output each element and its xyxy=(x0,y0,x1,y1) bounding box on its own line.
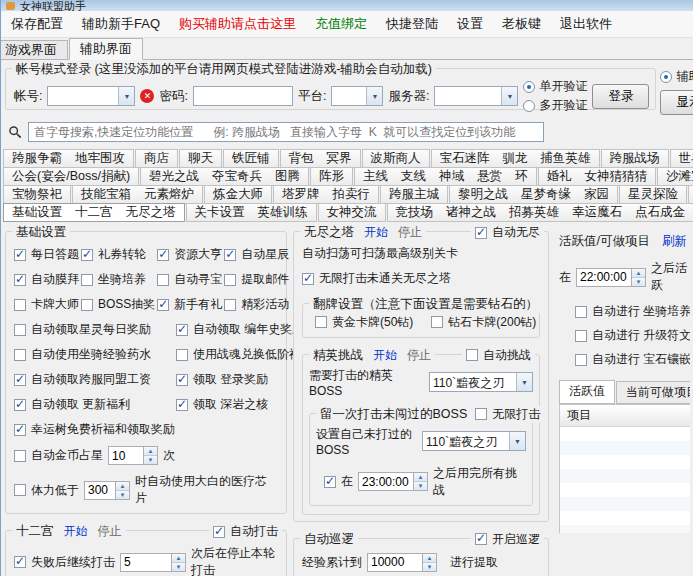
checkbox-unlimited-tower[interactable]: 无限打击未通关无尽之塔 xyxy=(302,270,451,287)
retry-count-input[interactable] xyxy=(120,553,172,572)
search-input[interactable] xyxy=(28,122,544,142)
nav-tab[interactable]: 支线 xyxy=(401,168,426,185)
nav-tab[interactable]: 夺宝奇兵 xyxy=(212,168,262,185)
checkbox-auto-endless[interactable]: 自动无尽 xyxy=(475,224,540,241)
nav-tab[interactable]: 环 xyxy=(515,168,528,185)
nav-tab[interactable]: 碧光之战 xyxy=(149,168,199,185)
checkbox-item[interactable]: 领取 登录奖励 xyxy=(176,371,268,388)
nav-tab[interactable]: 冥界 xyxy=(327,150,352,167)
spinner-arrows[interactable]: ▲▼ xyxy=(116,481,130,500)
menu-recharge-bind[interactable]: 充值绑定 xyxy=(315,15,367,33)
nav-tab[interactable]: 诸神之战 xyxy=(446,204,496,221)
spinner-arrows[interactable]: ▲▼ xyxy=(414,472,428,491)
checkbox-item[interactable]: 新手有礼 xyxy=(157,296,222,313)
checkbox-stamina[interactable]: 体力低于 xyxy=(14,482,79,499)
checkbox-auto-mount[interactable]: 自动进行 坐骑培养 xyxy=(575,303,690,320)
nav-tab[interactable]: 沙滩宝贝 xyxy=(666,168,693,185)
nav-tab[interactable]: 无尽之塔 xyxy=(126,204,176,221)
stamina-stepper[interactable]: ▲▼ xyxy=(84,481,130,500)
tab-activity-value[interactable]: 活跃值 xyxy=(559,380,615,404)
elite-time-input[interactable] xyxy=(358,472,414,491)
show-game-button[interactable]: 显示游戏 xyxy=(660,90,693,115)
nav-tab[interactable]: 家园 xyxy=(584,186,609,203)
platform-select[interactable]: ▼ xyxy=(331,86,383,106)
checkbox-auto-rune[interactable]: 自动进行 升级符文 xyxy=(575,327,690,344)
delete-account-icon[interactable]: ✕ xyxy=(140,89,154,103)
nav-tab[interactable]: 关卡设置 xyxy=(195,204,245,221)
patrol-exp-input[interactable] xyxy=(367,553,423,572)
nav-tab[interactable]: 背包 xyxy=(289,150,314,167)
activity-refresh-link[interactable]: 刷新 xyxy=(662,233,687,250)
elite-start-link[interactable]: 开始 xyxy=(373,347,397,364)
checkbox-item[interactable]: 每日答题 xyxy=(14,246,79,263)
tab-game-view[interactable]: 游戏界面 xyxy=(0,40,68,59)
nav-tab[interactable]: 捕鱼英雄 xyxy=(541,150,591,167)
nav-tab[interactable]: 婚礼 xyxy=(547,168,572,185)
nav-tab[interactable]: 技能宝箱 xyxy=(81,186,131,203)
nav-tab[interactable]: 波斯商人 xyxy=(371,150,421,167)
menu-boss-key[interactable]: 老板键 xyxy=(502,15,541,33)
elite-boss-select[interactable]: 110`黯夜之刃▼ xyxy=(429,372,533,392)
nav-tab[interactable]: 竞技场 xyxy=(396,204,434,221)
tower-start-link[interactable]: 开始 xyxy=(364,224,388,241)
checkbox-auto-astrology[interactable]: 自动金币占星 xyxy=(14,447,103,464)
checkbox-item[interactable]: BOSS抽奖 xyxy=(81,296,155,313)
menu-newbie-faq[interactable]: 辅助新手FAQ xyxy=(82,15,160,33)
checkbox-gold-card[interactable]: 黄金卡牌(50钻) xyxy=(315,314,413,331)
radio-assist-mode[interactable]: 辅助 xyxy=(660,68,693,85)
checkbox-auto-gem[interactable]: 自动进行 宝石镶嵌 xyxy=(575,351,690,368)
nav-tab[interactable]: 主线 xyxy=(363,168,388,185)
checkbox-item[interactable]: 自动领取跨服同盟工资 xyxy=(14,371,168,388)
elite-stop-link[interactable]: 停止 xyxy=(407,347,431,364)
checkbox-item[interactable]: 自动领取星灵每日奖励 xyxy=(14,321,168,338)
nav-tab[interactable]: 地牢围攻 xyxy=(75,150,125,167)
checkbox-item[interactable]: 自动领取 更新福利 xyxy=(14,396,168,413)
server-select[interactable]: ▼ xyxy=(434,86,518,106)
nav-tab[interactable]: 幸运魔石 xyxy=(572,204,622,221)
checkbox-item[interactable]: 幸运树免费祈福和领取奖励 xyxy=(14,421,175,438)
nav-tab[interactable]: 图腾 xyxy=(275,168,300,185)
nav-tab[interactable]: 跨服主城 xyxy=(389,186,439,203)
zodiac-start-link[interactable]: 开始 xyxy=(64,523,88,540)
checkbox-item[interactable]: 坐骑培养 xyxy=(81,271,155,288)
stamina-input[interactable] xyxy=(84,481,116,500)
nav-tab[interactable]: 招募英雄 xyxy=(509,204,559,221)
menu-quick-login[interactable]: 快捷登陆 xyxy=(386,15,438,33)
account-select[interactable]: ▼ xyxy=(47,86,135,106)
menu-exit[interactable]: 退出软件 xyxy=(560,15,612,33)
nav-tab[interactable]: 基础设置 xyxy=(12,204,62,221)
nav-tab[interactable]: 英雄训练 xyxy=(258,204,308,221)
checkbox-auto-challenge[interactable]: 自动挑战 xyxy=(466,347,531,364)
nav-tab[interactable]: 驯龙 xyxy=(503,150,528,167)
astro-count-input[interactable] xyxy=(108,446,144,465)
nav-tab[interactable]: 元素熔炉 xyxy=(144,186,194,203)
checkbox-item[interactable]: 自动膜拜 xyxy=(14,271,79,288)
nav-tab[interactable]: 黎明之战 xyxy=(458,186,508,203)
nav-tab[interactable]: 拍卖行 xyxy=(333,186,371,203)
retry-count-stepper[interactable]: ▲▼ xyxy=(120,553,186,572)
spinner-arrows[interactable]: ▲▼ xyxy=(423,553,437,572)
activity-time-input[interactable] xyxy=(576,268,632,287)
nav-tab[interactable]: 铁匠铺 xyxy=(232,150,270,167)
menu-buy-assist[interactable]: 购买辅助请点击这里 xyxy=(179,15,296,33)
checkbox-item[interactable]: 自动星辰 xyxy=(224,246,289,263)
nav-tab[interactable]: 塔罗牌 xyxy=(282,186,320,203)
spinner-arrows[interactable]: ▲▼ xyxy=(632,268,646,287)
activity-time-stepper[interactable]: ▲▼ xyxy=(576,268,646,287)
nav-tab[interactable]: 公会(宴会/Boss/捐献) xyxy=(12,168,130,185)
nav-tab[interactable]: 跨服战场 xyxy=(610,150,660,167)
checkbox-item[interactable]: 自动寻宝 xyxy=(157,271,222,288)
tower-stop-link[interactable]: 停止 xyxy=(398,224,422,241)
checkbox-item[interactable]: 自动使用坐骑经验药水 xyxy=(14,346,168,363)
nav-tab[interactable]: 悬赏 xyxy=(477,168,502,185)
login-button[interactable]: 登录 xyxy=(592,84,649,109)
nav-tab[interactable]: 世界Boss xyxy=(679,150,693,167)
elite-time-stepper[interactable]: ▲▼ xyxy=(358,472,428,491)
radio-multi-verify[interactable]: 多开验证 xyxy=(523,97,587,114)
tab-assist-view[interactable]: 辅助界面 xyxy=(69,38,143,60)
tab-doable-items[interactable]: 当前可做项目 xyxy=(616,381,690,404)
checkbox-auto-attack[interactable]: 自动打击 xyxy=(213,523,278,540)
checkbox-enable-patrol[interactable]: 开启巡逻 xyxy=(475,531,540,548)
checkbox-unlimited-attack[interactable]: 无限打击 xyxy=(475,406,540,423)
menu-save-config[interactable]: 保存配置 xyxy=(11,15,63,33)
